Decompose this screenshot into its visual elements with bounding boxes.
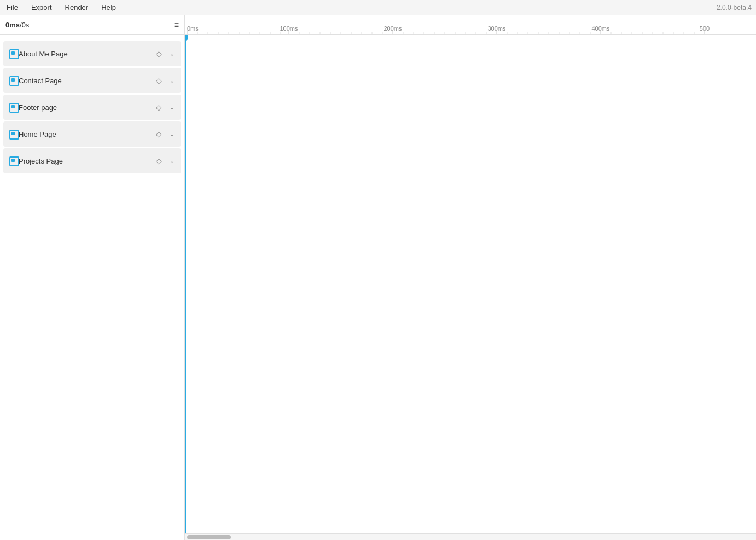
layer-item-footer-page[interactable]: Footer page ⌄	[3, 95, 181, 120]
layer-list: About Me Page ⌄ Contact Page ⌄ Footer pa…	[0, 35, 184, 540]
layer-actions: ⌄	[156, 76, 176, 85]
left-panel: 0ms/0s ≡ About Me Page ⌄ Contact Page	[0, 15, 185, 540]
timeline-row-about-me	[185, 37, 756, 62]
timeline-panel: 0ms 100ms 200ms 300ms 400ms 500	[185, 15, 756, 540]
timeline-row-projects	[185, 144, 756, 169]
layer-name-contact-page: Contact Page	[19, 77, 156, 85]
expand-icon[interactable]: ⌄	[168, 157, 176, 165]
time-display: 0ms/0s	[5, 21, 174, 29]
layer-actions: ⌄	[156, 49, 176, 58]
layer-name-footer-page: Footer page	[19, 103, 156, 112]
layer-type-icon	[9, 156, 19, 166]
keyframe-icon[interactable]	[156, 156, 165, 165]
expand-icon[interactable]: ⌄	[168, 103, 176, 111]
timeline-row-home	[185, 117, 756, 142]
menu-export[interactable]: Export	[29, 2, 54, 13]
time-ms: 0ms	[5, 21, 20, 29]
expand-icon[interactable]: ⌄	[168, 50, 176, 57]
timeline-row-contact	[185, 63, 756, 89]
svg-text:0ms: 0ms	[187, 25, 199, 32]
layer-type-icon	[9, 76, 19, 85]
expand-icon[interactable]: ⌄	[168, 77, 176, 84]
layer-type-icon	[9, 49, 19, 59]
main-layout: 0ms/0s ≡ About Me Page ⌄ Contact Page	[0, 15, 756, 540]
layer-name-home-page: Home Page	[19, 130, 156, 138]
playhead[interactable]	[185, 35, 186, 533]
timeline-content[interactable]	[185, 35, 756, 533]
menu-render[interactable]: Render	[63, 2, 91, 13]
layer-actions: ⌄	[156, 103, 176, 112]
layer-item-projects-page[interactable]: Projects Page ⌄	[3, 148, 181, 173]
layer-actions: ⌄	[156, 156, 176, 165]
expand-icon[interactable]: ⌄	[168, 130, 176, 138]
layer-item-home-page[interactable]: Home Page ⌄	[3, 121, 181, 147]
layer-item-about-me-page[interactable]: About Me Page ⌄	[3, 41, 181, 66]
time-s: /0s	[20, 21, 29, 29]
timeline-scrollbar[interactable]	[185, 533, 756, 540]
layer-item-contact-page[interactable]: Contact Page ⌄	[3, 68, 181, 93]
hamburger-icon[interactable]: ≡	[174, 20, 179, 30]
layer-actions: ⌄	[156, 130, 176, 138]
keyframe-icon[interactable]	[156, 49, 165, 58]
timeline-row-footer	[185, 90, 756, 115]
timeline-ruler[interactable]: 0ms 100ms 200ms 300ms 400ms 500	[185, 15, 756, 35]
layer-name-projects-page: Projects Page	[19, 157, 156, 165]
keyframe-icon[interactable]	[156, 103, 165, 112]
keyframe-icon[interactable]	[156, 130, 165, 138]
timeline-header: 0ms/0s ≡	[0, 15, 184, 35]
scrollbar-thumb[interactable]	[187, 535, 231, 539]
layer-type-icon	[9, 102, 19, 112]
ruler-svg: 0ms 100ms 200ms 300ms 400ms 500	[185, 15, 756, 34]
menubar: File Export Render Help 2.0.0-beta.4	[0, 0, 756, 15]
version-label: 2.0.0-beta.4	[717, 4, 752, 11]
menu-file[interactable]: File	[4, 2, 20, 13]
menu-help[interactable]: Help	[99, 2, 118, 13]
layer-name-about-me-page: About Me Page	[19, 50, 156, 58]
layer-type-icon	[9, 129, 19, 139]
keyframe-icon[interactable]	[156, 76, 165, 85]
